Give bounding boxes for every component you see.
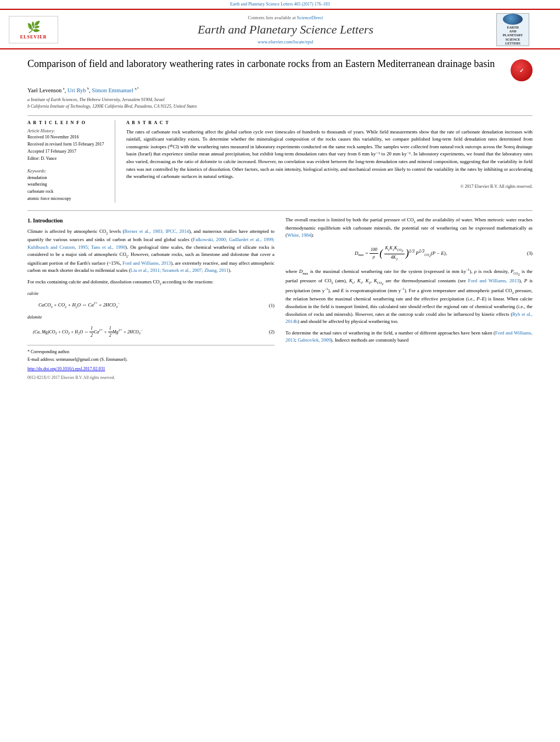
affil-a-star-sup: a,*	[135, 87, 139, 90]
contents-link: Contents lists available at ScienceDirec…	[75, 15, 496, 20]
authors: Yael Levenson a, Uri Ryb b, Simon Emmanu…	[27, 87, 533, 93]
info-abstract-section: A R T I C L E I N F O Article History: R…	[27, 115, 533, 203]
elsevier-logo-area: 🌿 ELSEVIER	[9, 16, 75, 43]
footnote-email: E-mail address: semmanuel@gmail.com (S. …	[27, 356, 275, 362]
affiliation-a: a Institute of Earth Sciences, The Hebre…	[27, 97, 533, 103]
ref-berner[interactable]: Berner et al., 1983; IPCC, 2014	[125, 228, 189, 234]
author-levenson: Yael Levenson	[27, 87, 63, 93]
keywords-list: denudation weathering carbonate rock ato…	[27, 175, 109, 203]
author-ryb[interactable]: Uri Ryb	[68, 87, 87, 93]
ref-ryb[interactable]: Ryb et al., 2014b	[285, 311, 533, 325]
col-right: The overall reaction is limited by both …	[285, 216, 533, 381]
article-title-section: Comparison of field and laboratory weath…	[27, 57, 533, 81]
footnote-section: * Corresponding author. E-mail address: …	[27, 345, 275, 381]
journal-citation: Earth and Planetary Science Letters 465 …	[230, 2, 330, 7]
article-columns: 1. Introduction Climate is affected by a…	[27, 210, 533, 381]
doi-footer: http://dx.doi.org/10.1016/j.epsl.2017.02…	[27, 366, 275, 372]
eq1-row: CaCO3 + CO2 + H2O ↔ Ca2+ + 2HCO3− (1)	[27, 301, 275, 310]
keyword-4: atomic force microscopy	[27, 196, 109, 203]
journal-url-link[interactable]: www.elsevier.com/locate/epsl	[257, 39, 313, 44]
intro-para2: For rocks containing calcite and dolomit…	[27, 278, 275, 287]
earth-logo: EARTHANDPLANETARYSCIENCELETTERS	[496, 13, 529, 46]
ref-falkowski[interactable]: Falkowski, 2000; Gaillardet et al., 1999…	[27, 237, 275, 250]
eq2-label: dolomite	[27, 314, 275, 321]
right-para2: where Dmax is the maximal chemical weath…	[285, 267, 533, 326]
section1-heading: 1. Introduction	[27, 216, 275, 225]
article-body: Comparison of field and laboratory weath…	[0, 49, 560, 388]
elsevier-logo: 🌿 ELSEVIER	[9, 16, 58, 43]
right-para1: The overall reaction is limited by both …	[285, 216, 533, 239]
crossmark-badge: ✓	[511, 59, 533, 81]
eq1-number: (1)	[258, 302, 275, 310]
page-wrapper: Earth and Planetary Science Letters 465 …	[0, 0, 560, 388]
keyword-2: weathering	[27, 181, 109, 188]
bottom-copyright: 0012-821X/© 2017 Elsevier B.V. All right…	[27, 375, 275, 381]
revised-date: Received in revised form 15 February 201…	[27, 142, 109, 147]
eq2-number: (2)	[258, 328, 275, 336]
elsevier-label: ELSEVIER	[20, 35, 47, 40]
keyword-1: denudation	[27, 175, 109, 182]
sciencedirect-link[interactable]: ScienceDirect	[297, 15, 323, 20]
equation2-block: dolomite (Ca, Mg)CO3 + CO2 + H2O ↔ 12Ca2…	[27, 314, 275, 339]
ref-ford-williams[interactable]: Ford and Williams, 2013	[122, 260, 171, 266]
affiliation-b: b California Institute of Technology, 12…	[27, 103, 533, 110]
journal-header-center: Contents lists available at ScienceDirec…	[75, 15, 496, 44]
journal-title-header: Earth and Planetary Science Letters	[75, 23, 496, 37]
elsevier-tree-icon: 🌿	[27, 20, 41, 34]
article-history-label: Article History:	[27, 129, 109, 133]
abstract-copyright: © 2017 Elsevier B.V. All rights reserved…	[126, 184, 533, 189]
equation1-block: calcite CaCO3 + CO2 + H2O ↔ Ca2+ + 2HCO3…	[27, 291, 275, 310]
author-emmanuel[interactable]: Simon Emmanuel	[92, 87, 135, 93]
keyword-3: carbonate rock	[27, 188, 109, 196]
footnote-corresponding: * Corresponding author.	[27, 349, 275, 355]
ref-white[interactable]: White, 1984	[287, 232, 311, 238]
journal-top-bar: Earth and Planetary Science Letters 465 …	[0, 0, 560, 9]
eq2-row: (Ca, Mg)CO3 + CO2 + H2O ↔ 12Ca2+ + 12Mg2…	[27, 325, 275, 339]
ref-liu[interactable]: Liu et al., 2011; Szramek et al., 2007; …	[131, 267, 229, 273]
earth-logo-area: EARTHANDPLANETARYSCIENCELETTERS	[496, 13, 551, 46]
earth-logo-text: EARTHANDPLANETARYSCIENCELETTERS	[503, 26, 523, 46]
eq2-content: (Ca, Mg)CO3 + CO2 + H2O ↔ 12Ca2+ + 12Mg2…	[27, 325, 258, 339]
earth-circle-icon	[503, 14, 523, 25]
ref-ford-williams2[interactable]: Ford and Williams, 2013	[468, 278, 519, 283]
eq3-row: Dmax = 100ρ ( KcK1KCO24K2 )1/3 P1/3CO2(P…	[285, 245, 533, 262]
intro-para1: Climate is affected by atmospheric CO2 l…	[27, 228, 275, 275]
right-para3: To determine the actual rates of weather…	[285, 330, 533, 344]
abstract-text: The rates of carbonate rock weathering a…	[126, 129, 533, 181]
abstract-title: A B S T R A C T	[126, 120, 533, 125]
article-info-title: A R T I C L E I N F O	[27, 120, 109, 125]
eq3-content: Dmax = 100ρ ( KcK1KCO24K2 )1/3 P1/3CO2(P…	[285, 245, 516, 262]
affiliations: a Institute of Earth Sciences, The Hebre…	[27, 97, 533, 110]
abstract-section: A B S T R A C T The rates of carbonate r…	[126, 120, 533, 203]
equation3-block: Dmax = 100ρ ( KcK1KCO24K2 )1/3 P1/3CO2(P…	[285, 245, 533, 262]
journal-url: www.elsevier.com/locate/epsl	[75, 39, 496, 44]
article-info: A R T I C L E I N F O Article History: R…	[27, 120, 115, 203]
article-title: Comparison of field and laboratory weath…	[27, 57, 505, 70]
keywords-label: Keywords:	[27, 169, 109, 174]
eq1-content: CaCO3 + CO2 + H2O ↔ Ca2+ + 2HCO3−	[27, 301, 258, 310]
eq3-number: (3)	[516, 250, 533, 258]
accepted-date: Accepted 17 February 2017	[27, 149, 109, 154]
eq1-label: calcite	[27, 291, 275, 297]
doi-link[interactable]: http://dx.doi.org/10.1016/j.epsl.2017.02…	[27, 366, 105, 371]
journal-header: 🌿 ELSEVIER Contents lists available at S…	[0, 10, 560, 49]
col-left: 1. Introduction Climate is affected by a…	[27, 216, 275, 381]
editor-value: Editor: D. Vance	[27, 156, 109, 161]
ref-gabrovsek[interactable]: Gabrovšek, 2009	[298, 337, 331, 343]
received-date: Received 10 November 2016	[27, 135, 109, 140]
